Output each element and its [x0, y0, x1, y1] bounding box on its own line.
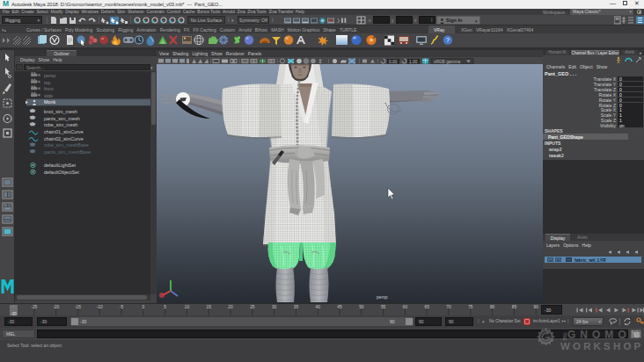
svg-text:chain01_simCurve: chain01_simCurve: [44, 129, 84, 134]
svg-text:chain02_simCurve: chain02_simCurve: [44, 136, 84, 141]
svg-text:-5: -5: [120, 305, 124, 309]
svg-text:persp: persp: [377, 294, 388, 300]
svg-text:5: 5: [164, 305, 166, 309]
svg-text:80: 80: [490, 305, 495, 309]
svg-text:55: 55: [381, 305, 386, 309]
svg-text:15: 15: [207, 305, 212, 309]
svg-text:90: 90: [534, 305, 538, 309]
svg-text:pants_sim_mesh: pants_sim_mesh: [44, 116, 80, 121]
svg-text:knot_sim_mesh: knot_sim_mesh: [44, 109, 77, 114]
svg-text:60: 60: [403, 305, 408, 309]
svg-text:pants_sim_meshBase: pants_sim_meshBase: [44, 149, 91, 155]
svg-text:-15: -15: [75, 305, 81, 309]
svg-text:robe_sim_mesh: robe_sim_mesh: [44, 122, 77, 127]
svg-text:top: top: [44, 80, 51, 85]
svg-text:-25: -25: [31, 305, 37, 309]
svg-text:side: side: [44, 93, 53, 98]
svg-text:1.00: 1.00: [409, 60, 418, 64]
svg-text:50: 50: [359, 305, 364, 309]
svg-text:WORKSHOP: WORKSHOP: [560, 341, 641, 351]
svg-text:75: 75: [468, 305, 473, 309]
svg-text:-10: -10: [97, 305, 103, 309]
svg-text:front: front: [44, 86, 54, 91]
svg-text:defaultLightSet: defaultLightSet: [44, 163, 76, 168]
svg-text:20: 20: [228, 305, 233, 309]
svg-text:sRGB gamma: sRGB gamma: [434, 60, 460, 64]
svg-text:defaultObjectSet: defaultObjectSet: [44, 170, 79, 175]
svg-text:40: 40: [316, 305, 321, 309]
svg-text:?: ?: [446, 37, 450, 43]
svg-text:0: 0: [142, 305, 144, 309]
svg-text:65: 65: [425, 305, 430, 309]
svg-text:45: 45: [337, 305, 342, 309]
svg-text:10: 10: [185, 305, 190, 309]
svg-text:25: 25: [250, 305, 255, 309]
svg-text:Monk: Monk: [44, 99, 55, 105]
svg-text:35: 35: [294, 305, 299, 309]
svg-text:-20: -20: [53, 305, 59, 309]
svg-text:THE: THE: [562, 333, 567, 341]
svg-text:robe_sim_meshBase: robe_sim_meshBase: [44, 142, 89, 148]
svg-text:70: 70: [446, 305, 451, 309]
svg-text:GNOMON: GNOMON: [567, 329, 640, 341]
svg-text:85: 85: [512, 305, 517, 309]
svg-text:persp: persp: [44, 73, 56, 78]
svg-text:0.00: 0.00: [389, 60, 398, 64]
svg-text:30: 30: [272, 305, 277, 309]
